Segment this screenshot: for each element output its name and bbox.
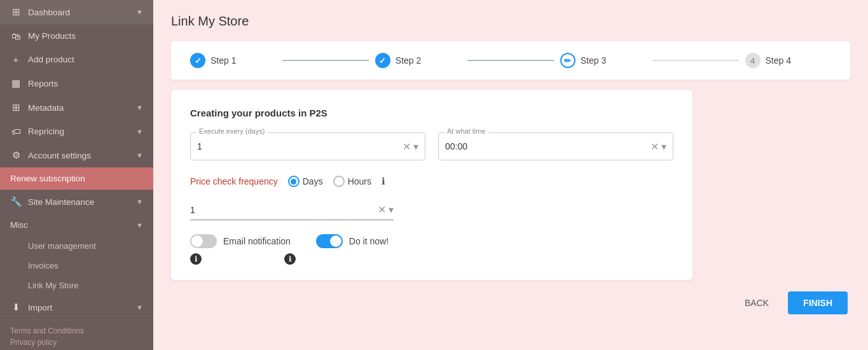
sidebar-label-reports: Reports: [28, 79, 58, 88]
sidebar-label-site-maintenance: Site Maintenance: [28, 197, 94, 207]
sidebar-item-dashboard[interactable]: ⊞ Dashboard ▼: [0, 0, 153, 24]
execute-every-clear-icon[interactable]: ✕: [403, 141, 411, 153]
sidebar-label-my-products: My Products: [28, 31, 76, 41]
sidebar-item-misc[interactable]: Misc ▼: [0, 214, 153, 236]
sidebar: ⊞ Dashboard ▼ 🛍 My Products + Add produc…: [0, 0, 153, 350]
dashboard-icon: ⊞: [10, 6, 22, 18]
chevron-down-icon: ▼: [136, 221, 143, 229]
chevron-down-icon: ▼: [136, 128, 143, 136]
email-notification-label: Email notification: [223, 236, 291, 246]
step-3: ✏ Step 3: [560, 53, 646, 68]
privacy-link[interactable]: Privacy policy: [10, 338, 143, 347]
step-1-label: Step 1: [210, 55, 236, 66]
sidebar-item-account-settings[interactable]: ⚙ Account settings ▼: [0, 143, 153, 167]
chevron-down-icon: ▼: [136, 198, 143, 206]
step-2: ✓ Step 2: [375, 53, 461, 68]
sidebar-label-metadata: Metadata: [28, 103, 64, 113]
radio-days-label: Days: [303, 176, 323, 186]
at-what-time-clear-icon[interactable]: ✕: [651, 141, 659, 153]
info-icons-row: ℹ ℹ: [190, 253, 673, 265]
page-title: Link My Store: [171, 14, 850, 29]
email-notification-toggle[interactable]: [190, 234, 217, 248]
step-4-label: Step 4: [766, 55, 791, 66]
at-what-time-icons: ✕ ▾: [651, 141, 666, 153]
at-what-time-input[interactable]: [445, 141, 651, 151]
do-it-now-toggle[interactable]: [316, 234, 343, 248]
step-1: ✓ Step 1: [190, 53, 276, 68]
frequency-info-icon[interactable]: ℹ: [382, 176, 385, 187]
sidebar-item-repricing[interactable]: 🏷 Repricing ▼: [0, 120, 153, 143]
execute-every-input-wrapper: ✕ ▾: [190, 132, 425, 160]
step-1-icon: ✓: [190, 53, 205, 68]
sidebar-item-metadata[interactable]: ⊞ Metadata ▼: [0, 95, 153, 120]
red-arrow: [863, 197, 868, 224]
sidebar-sub-item-invoices[interactable]: Invoices: [0, 256, 153, 276]
back-button[interactable]: BACK: [736, 293, 778, 313]
execute-every-icons: ✕ ▾: [403, 141, 418, 153]
sidebar-item-renew-subscription[interactable]: Renew subscription: [0, 167, 153, 190]
sidebar-item-import[interactable]: ⬇ Import ▼: [0, 295, 153, 319]
quantity-clear-icon[interactable]: ✕: [378, 204, 386, 216]
quantity-input-wrapper: ✕ ▾: [190, 200, 394, 220]
sidebar-label-renew-subscription: Renew subscription: [10, 174, 85, 183]
at-what-time-input-wrapper: ✕ ▾: [438, 132, 673, 160]
step-2-icon: ✓: [375, 53, 390, 68]
email-info-icon[interactable]: ℹ: [190, 253, 202, 265]
finish-button[interactable]: FINISH: [788, 291, 848, 314]
execute-every-input[interactable]: [197, 141, 403, 151]
plus-icon: +: [10, 54, 22, 65]
at-what-time-label: At what time: [444, 127, 488, 135]
sidebar-label-repricing: Repricing: [28, 127, 64, 136]
reports-icon: ▦: [10, 78, 22, 89]
terms-link[interactable]: Terms and Conditions: [10, 326, 143, 335]
quantity-dropdown-icon[interactable]: ▾: [389, 204, 394, 216]
step-4: 4 Step 4: [745, 53, 831, 68]
sidebar-item-add-product[interactable]: + Add product: [0, 48, 153, 71]
sidebar-item-site-maintenance[interactable]: 🔧 Site Maintenance ▼: [0, 190, 153, 214]
radio-hours[interactable]: Hours: [333, 176, 371, 187]
do-it-now-info-icon[interactable]: ℹ: [284, 253, 296, 265]
chevron-down-icon: ▼: [136, 104, 143, 111]
sidebar-sub-item-link-my-store[interactable]: Link My Store: [0, 276, 153, 295]
radio-days-btn[interactable]: [288, 176, 300, 187]
step-4-icon: 4: [745, 53, 761, 68]
do-it-now-group: Do it now!: [316, 234, 389, 248]
sidebar-label-account-settings: Account settings: [28, 151, 91, 160]
notifications-row: Email notification Do it now!: [190, 234, 673, 248]
wrench-icon: 🔧: [10, 196, 22, 207]
sidebar-label-add-product: Add product: [28, 55, 74, 64]
do-it-now-knob: [330, 235, 341, 247]
quantity-row: ✕ ▾: [190, 200, 673, 220]
email-notification-group: Email notification: [190, 234, 291, 248]
frequency-radio-group: Days Hours: [288, 176, 371, 187]
quantity-input[interactable]: [190, 205, 378, 215]
execute-every-label: Execute every (days): [196, 127, 267, 135]
metadata-icon: ⊞: [10, 102, 22, 113]
email-toggle-knob: [191, 235, 203, 247]
sidebar-label-dashboard: Dashboard: [28, 8, 70, 17]
settings-icon: ⚙: [10, 150, 22, 161]
sidebar-sub-item-user-management[interactable]: User management: [0, 236, 153, 256]
main-content: Link My Store ✓ Step 1 ✓ Step 2 ✏ Step 3…: [153, 0, 868, 350]
sidebar-footer: Terms and Conditions Privacy policy: [0, 319, 153, 350]
radio-days[interactable]: Days: [288, 176, 323, 187]
sidebar-item-my-products[interactable]: 🛍 My Products: [0, 24, 153, 48]
chevron-down-icon: ▼: [136, 304, 143, 311]
time-fields-row: Execute every (days) ✕ ▾ At what time: [190, 132, 673, 160]
at-what-time-dropdown-icon[interactable]: ▾: [661, 141, 666, 153]
step-3-label: Step 3: [581, 55, 606, 66]
price-check-label: Price check frequency: [190, 176, 278, 186]
step-2-label: Step 2: [396, 55, 421, 66]
sidebar-item-reports[interactable]: ▦ Reports: [0, 71, 153, 95]
radio-hours-btn[interactable]: [333, 176, 345, 187]
bottom-bar: BACK FINISH: [171, 291, 850, 314]
step-line-1: [282, 60, 368, 61]
execute-every-dropdown-icon[interactable]: ▾: [413, 141, 418, 153]
price-check-row: Price check frequency Days Hours ℹ: [190, 176, 673, 187]
main-card: Creating your products in P2S Execute ev…: [171, 90, 692, 280]
bag-icon: 🛍: [10, 31, 22, 41]
execute-every-field: Execute every (days) ✕ ▾: [190, 132, 425, 160]
sidebar-label-misc: Misc: [10, 220, 28, 230]
chevron-down-icon: ▼: [136, 151, 143, 159]
step-3-icon: ✏: [560, 53, 575, 68]
